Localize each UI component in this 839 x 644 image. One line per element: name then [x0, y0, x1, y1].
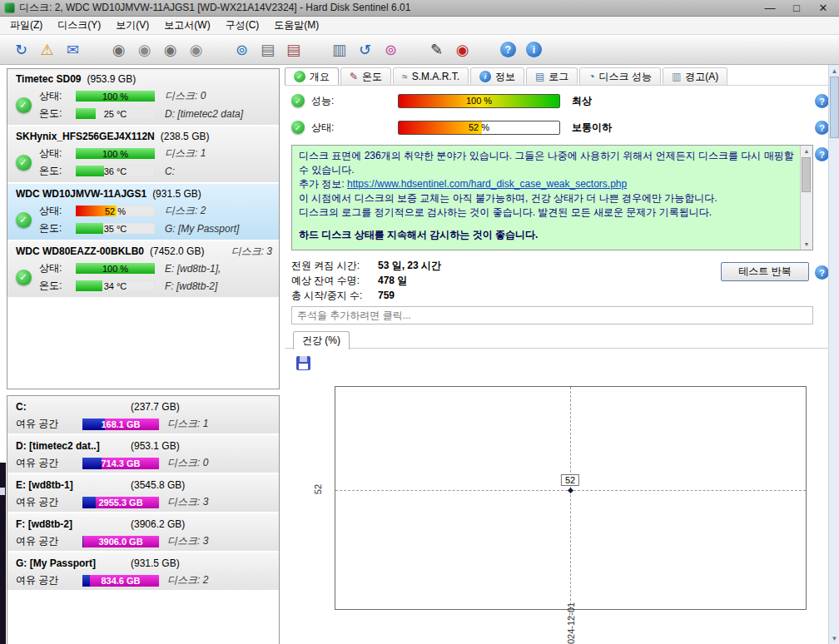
refresh-icon[interactable]: ↻ — [8, 38, 34, 62]
scroll-thumb[interactable] — [830, 77, 839, 138]
disk-remove-icon[interactable]: ▤ — [280, 38, 306, 62]
scroll-up-icon[interactable]: ▲ — [829, 65, 839, 77]
health-description: 디스크 표면에 236개의 취약한 분야가 있습니다. 그들은 나중에 사용하기… — [291, 145, 813, 250]
scroll-down-icon[interactable]: ▼ — [829, 632, 839, 644]
tab-disk-performance[interactable]: ◔ 디스크 성능 — [579, 67, 661, 85]
report-icon[interactable]: ▥ — [326, 38, 352, 62]
free-space-label: 여유 공간 — [16, 417, 82, 431]
partition-item-f[interactable]: F: [wd8tb-2] (3906.2 GB) 여유 공간 3906.0 GB… — [7, 513, 279, 551]
tab-information[interactable]: i 정보 — [470, 67, 524, 85]
description-line: 디스크의 로그를 정기적으로 검사하는 것이 좋습니다. 발견된 모든 새로운 … — [299, 206, 796, 220]
tab-overview[interactable]: ✓ 개요 — [285, 67, 339, 85]
desktop-icon — [0, 488, 5, 495]
health-bar: 52 % — [398, 121, 560, 135]
menu-view[interactable]: 보기(V) — [108, 17, 156, 34]
disk-name: WDC WD10JMVW-11AJGS1 — [16, 188, 146, 200]
partition-item-g[interactable]: G: [My Passport] (931.5 GB) 여유 공간 834.6 … — [7, 552, 279, 590]
partition-name: F: [wd8tb-2] — [16, 518, 131, 530]
chart-point-label: 52 — [561, 474, 579, 486]
free-space-label: 여유 공간 — [16, 573, 82, 587]
help-icon[interactable]: ? — [495, 38, 521, 62]
minimize-button[interactable]: — — [763, 2, 777, 14]
save-icon[interactable] — [296, 356, 310, 370]
seal-icon[interactable]: ◉ — [449, 38, 475, 62]
partition-item-d[interactable]: D: [timetec2 dat..] (953.1 GB) 여유 공간 714… — [7, 435, 279, 473]
performance-rating: 최상 — [572, 94, 592, 108]
disk-item-3[interactable]: WDC WD80EAZZ-00BKLB0 (7452.0 GB) 디스크: 3 … — [7, 241, 279, 297]
tab-temperature[interactable]: ✎ 온도 — [340, 67, 391, 85]
disk-item-1[interactable]: SKHynix_HFS256GEJ4X112N (238.5 GB) ✓ 상태:… — [7, 126, 279, 182]
start-stop-value: 759 — [378, 290, 395, 301]
partition-size: (953.1 GB) — [131, 440, 180, 452]
detect-disk-icon[interactable]: ◉ — [132, 38, 157, 62]
gauge-icon: ◔ — [588, 71, 594, 82]
network-disk-icon[interactable]: ⊚ — [229, 38, 255, 62]
disk-item-2-selected[interactable]: WDC WD10JMVW-11AJGS1 (931.5 GB) ✓ 상태: 52… — [7, 184, 279, 240]
partition-size: (3906.2 GB) — [131, 518, 185, 530]
maximize-button[interactable]: □ — [790, 2, 803, 14]
tab-log[interactable]: ▤ 로그 — [526, 67, 578, 85]
temp-bar: 25 °C — [76, 108, 155, 119]
disk-problem-icon[interactable]: ⚠ — [34, 38, 60, 62]
help-icon[interactable]: ? — [815, 147, 829, 161]
health-bar: 100 % — [76, 91, 155, 102]
monitor-message-icon[interactable]: ✉ — [60, 38, 86, 62]
health-ok-icon: ✓ — [16, 97, 32, 113]
lifetime-label: 예상 잔여 수명: — [291, 274, 378, 288]
disk-number: 디스크: 0 — [167, 456, 208, 470]
tab-health-chart[interactable]: 건강 (%) — [293, 331, 350, 349]
disk-item-0[interactable]: Timetec SD09 (953.9 GB) ✓ 상태: 100 % — [7, 69, 279, 125]
help-icon[interactable]: ? — [815, 265, 829, 280]
scroll-thumb[interactable] — [802, 157, 811, 192]
signature-icon[interactable]: ✎ — [424, 38, 449, 62]
disk-size: (953.9 GB) — [87, 73, 137, 85]
partition-item-e[interactable]: E: [wd8tb-1] (3545.8 GB) 여유 공간 2955.3 GB… — [7, 474, 279, 512]
description-scrollbar[interactable]: ▲ ▼ — [800, 146, 812, 250]
help-icon[interactable]: ? — [815, 94, 829, 108]
chart-divider — [285, 348, 829, 349]
menu-config[interactable]: 구성(C) — [218, 17, 267, 34]
detect-disk-icon[interactable]: ◉ — [106, 38, 132, 62]
app-window: 디스크: 2, WDC WD10JMVW-11AJGS1 [WD-WX21A14… — [0, 0, 839, 644]
menu-help[interactable]: 도움말(M) — [266, 17, 326, 34]
title-bar: 디스크: 2, WDC WD10JMVW-11AJGS1 [WD-WX21A14… — [0, 0, 839, 17]
info-icon[interactable]: i — [521, 38, 547, 62]
scroll-up-icon[interactable]: ▲ — [801, 146, 812, 156]
comment-input[interactable] — [291, 306, 813, 324]
menu-disk[interactable]: 디스크(Y) — [50, 17, 108, 34]
sync-icon[interactable]: ↺ — [352, 38, 378, 62]
disk-number: 디스크: 3 — [167, 534, 208, 548]
detect-disk-icon[interactable]: ◉ — [183, 38, 209, 62]
menu-report[interactable]: 보고서(W) — [156, 17, 217, 34]
vertical-scrollbar[interactable]: ▲ ▼ — [828, 65, 839, 644]
partition-name: E: [wd8tb-1] — [16, 479, 131, 491]
health-bar: 52 % — [76, 206, 155, 216]
disk-copy-icon[interactable]: ▤ — [255, 38, 280, 62]
weak-sectors-link[interactable]: https://www.hdsentinel.com/hard_disk_cas… — [347, 178, 627, 190]
free-space-bar: 168.1 GB — [82, 419, 159, 430]
web-disk-icon[interactable]: ⊚ — [378, 38, 404, 62]
status-label: 상태: — [39, 146, 76, 161]
disk-list-panel: Timetec SD09 (953.9 GB) ✓ 상태: 100 % — [7, 68, 280, 389]
power-on-label: 전원 켜짐 시간: — [291, 259, 378, 273]
temp-label: 온도: — [39, 221, 76, 235]
temp-bar: 34 °C — [76, 280, 155, 291]
menu-file[interactable]: 파일(Z) — [2, 17, 50, 34]
help-icon[interactable]: ? — [815, 121, 829, 135]
scroll-down-icon[interactable]: ▼ — [801, 239, 812, 250]
health-chart-plot: 52 — [335, 386, 807, 610]
pen-icon: ✎ — [350, 71, 358, 82]
partition-size: (3545.8 GB) — [131, 479, 185, 491]
tab-alerts[interactable]: ▥ 경고(A) — [663, 67, 727, 85]
health-ok-icon: ✓ — [16, 155, 32, 171]
detect-disk-icon[interactable]: ◉ — [157, 38, 183, 62]
tab-smart[interactable]: ≈ S.M.A.R.T. — [393, 67, 469, 85]
drive-letter: G: [My Passport] — [165, 223, 239, 235]
free-space-label: 여유 공간 — [16, 456, 82, 470]
temp-label: 온도: — [39, 279, 76, 293]
app-icon — [4, 2, 15, 13]
repeat-test-button[interactable]: 테스트 반복 — [721, 262, 809, 281]
health-rating: 보통이하 — [572, 121, 612, 135]
partition-item-c[interactable]: C: (237.7 GB) 여유 공간 168.1 GB 디스크: 1 — [7, 396, 279, 433]
close-button[interactable]: ✕ — [817, 2, 830, 14]
